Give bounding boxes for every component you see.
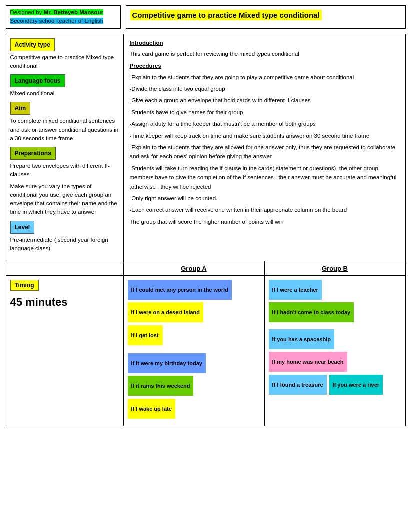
language-focus-section: Language focus Mixed conditional — [10, 74, 119, 98]
aim-value: To complete mixed conditional sentences … — [10, 117, 119, 143]
level-section: Level Pre-intermediate ( second year for… — [10, 221, 119, 253]
timing-value: 45 minutes — [10, 296, 119, 309]
intro-text: This card game is perfect for reviewing … — [130, 49, 399, 58]
card[interactable]: If my home was near beach — [269, 352, 347, 372]
left-panel: Activity type Competitive game to practi… — [6, 34, 124, 261]
activity-type-section: Activity type Competitive game to practi… — [10, 38, 119, 71]
procedure-item: -Divide the class into two equal group — [130, 84, 399, 93]
designer-name: Mr. Bettayeb Mansour — [44, 9, 104, 15]
card[interactable]: If I found a treasure — [269, 375, 327, 395]
procedure-item: The group that will score the higher num… — [130, 217, 399, 226]
card[interactable]: If I were on a desert Island — [128, 302, 204, 322]
card[interactable]: If It were my birthday today — [128, 353, 206, 373]
page-title: Competitive game to practice Mixed type … — [130, 10, 322, 20]
procedure-item: -Only right answer will be counted. — [130, 194, 399, 203]
designer-prefix: Designed by Mr. Bettayeb Mansour — [10, 9, 104, 15]
procedure-item: -Students have to give names for their g… — [130, 108, 399, 117]
group-b-cards: If I were a teacherIf I hadn't come to c… — [265, 276, 405, 426]
procedure-item: -Time keeper will keep track on time and… — [130, 131, 399, 140]
level-label: Level — [10, 221, 35, 234]
group-a-cards: If I could met any person in the worldIf… — [124, 276, 265, 426]
aim-label: Aim — [10, 102, 31, 115]
proc-title: Procedures — [130, 61, 399, 70]
procedure-item: -Explain to the students that they are a… — [130, 143, 399, 161]
procedure-item: -Give each a group an envelope that hold… — [130, 96, 399, 105]
preparations-label: Preparations — [10, 147, 56, 160]
header: Designed by Mr. Bettayeb Mansour Seconda… — [6, 5, 406, 29]
timing-label: Timing — [10, 280, 39, 291]
preparations-text2: Make sure you vary the types of conditio… — [10, 182, 119, 217]
card[interactable]: If I wake up late — [128, 399, 175, 419]
header-spacer — [6, 261, 124, 275]
card[interactable]: If I could met any person in the world — [128, 280, 232, 300]
designer-title: Secondary school teacher of English — [10, 18, 104, 24]
groups-header: Group A Group B — [6, 261, 405, 276]
preparations-section: Preparations Prepare two envelopes with … — [10, 147, 119, 217]
procedures-list: -Explain to the students that they are g… — [130, 73, 399, 226]
card[interactable]: If I were a teacher — [269, 280, 322, 300]
card[interactable]: If I get lost — [128, 325, 163, 345]
main-content: Activity type Competitive game to practi… — [6, 34, 406, 262]
language-focus-value: Mixed conditional — [10, 89, 119, 98]
card[interactable]: If you has a spaceship — [269, 329, 334, 349]
procedure-item: -Each correct answer will receive one wr… — [130, 205, 399, 214]
title-area: Competitive game to practice Mixed type … — [126, 5, 406, 29]
procedure-item: -Assign a duty for a time keeper that mu… — [130, 119, 399, 128]
language-focus-label: Language focus — [10, 74, 65, 87]
groups-body: Timing 45 minutes If I could met any per… — [6, 276, 405, 426]
procedure-item: -Students will take turn reading the if-… — [130, 164, 399, 191]
activity-type-value: Competitive game to practice Mixed type … — [10, 53, 119, 71]
group-b-header: Group B — [265, 261, 405, 275]
page-wrapper: Designed by Mr. Bettayeb Mansour Seconda… — [6, 5, 406, 426]
preparations-text1: Prepare two envelopes with different If-… — [10, 162, 119, 179]
intro-title: Introduction — [130, 38, 399, 47]
card[interactable]: If I hadn't come to class today — [269, 302, 354, 322]
timing-panel: Timing 45 minutes — [6, 276, 124, 426]
activity-type-label: Activity type — [10, 38, 55, 51]
card[interactable]: If it rains this weekend — [128, 376, 194, 396]
group-titles: Group A Group B — [124, 261, 405, 275]
level-value: Pre-intermediate ( second year foreign l… — [10, 236, 119, 253]
card[interactable]: If you were a river — [329, 375, 383, 395]
aim-section: Aim To complete mixed conditional senten… — [10, 102, 119, 143]
designer-info: Designed by Mr. Bettayeb Mansour Seconda… — [6, 5, 121, 29]
designer-role: Secondary school teacher of English — [10, 18, 104, 24]
group-a-header: Group A — [124, 261, 265, 275]
bottom-section: Group A Group B Timing 45 minutes If I c… — [6, 261, 406, 426]
right-panel: Introduction This card game is perfect f… — [124, 34, 405, 261]
procedure-item: -Explain to the students that they are g… — [130, 73, 399, 82]
